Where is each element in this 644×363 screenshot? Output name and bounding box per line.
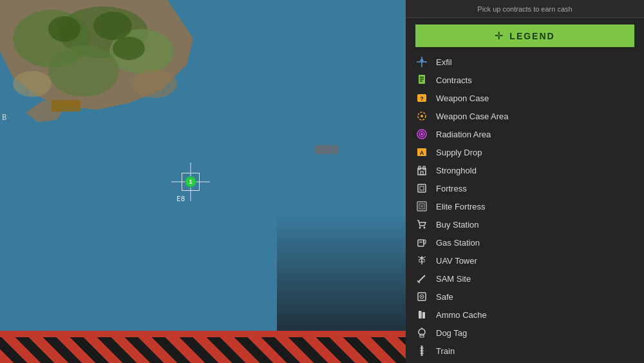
weapon-case-area-icon [415, 110, 428, 123]
svg-rect-54 [421, 311, 422, 319]
legend-item-stronghold: Stronghold [415, 163, 634, 177]
gas-station-label: Gas Station [436, 238, 480, 248]
legend-item-sam-site: SAM Site [415, 271, 634, 286]
svg-point-21 [421, 115, 423, 117]
svg-rect-17 [420, 81, 422, 82]
svg-rect-16 [420, 79, 424, 80]
legend-item-supply-drop: A Supply Drop [415, 145, 634, 159]
legend-item-buy-station: Buy Station [415, 217, 634, 231]
legend-item-exfil: Exfil [415, 55, 634, 69]
weapon-case-label: Weapon Case [436, 93, 489, 103]
safe-icon [415, 290, 428, 303]
svg-point-8 [48, 16, 80, 42]
supply-drop-icon: A [415, 146, 428, 159]
grid-label-e8: E8 [176, 195, 185, 203]
svg-rect-31 [418, 184, 426, 192]
right-panel: Pick up contracts to earn cash ✛ LEGEND … [406, 0, 644, 363]
train-label: Train [436, 346, 455, 356]
legend-title: LEGEND [509, 31, 554, 41]
uav-tower-label: UAV Tower [436, 256, 477, 266]
train-icon [415, 344, 428, 357]
grid-edge-label-b: B [2, 113, 6, 122]
radiation-area-label: Radiation Area [436, 130, 491, 139]
hint-text: Pick up contracts to earn cash [477, 5, 572, 13]
svg-point-51 [421, 296, 422, 297]
hazard-stripe-bar [0, 337, 406, 363]
legend-item-weapon-case: ? Weapon Case [415, 91, 634, 105]
svg-point-4 [48, 45, 119, 97]
gas-station-icon [415, 236, 428, 249]
svg-line-47 [418, 275, 425, 282]
legend-item-safe: Safe [415, 289, 634, 304]
weapon-case-icon: ? [415, 92, 428, 104]
crosshair-box: 1 [182, 173, 200, 191]
legend-item-uav-tower: UAV Tower [415, 253, 634, 268]
legend-item-elite-fortress: Elite Fortress [415, 199, 634, 213]
legend-panel: ✛ LEGEND Exfil [406, 18, 644, 363]
svg-point-9 [93, 12, 132, 40]
svg-point-37 [424, 227, 426, 229]
boat-1 [52, 100, 80, 112]
ammo-cache-label: Ammo Cache [436, 310, 487, 320]
buy-station-label: Buy Station [436, 220, 479, 230]
stronghold-icon [415, 164, 428, 177]
legend-item-ammo-cache: Ammo Cache [415, 308, 634, 322]
svg-rect-53 [422, 312, 425, 319]
red-bar [0, 331, 406, 337]
contracts-icon [415, 74, 428, 86]
dog-tag-icon [415, 326, 428, 339]
weapon-case-area-label: Weapon Case Area [436, 112, 509, 121]
elite-fortress-label: Elite Fortress [436, 202, 486, 211]
exfil-label: Exfil [436, 57, 452, 67]
svg-text:?: ? [420, 95, 424, 102]
svg-point-36 [419, 227, 421, 229]
svg-point-24 [421, 133, 423, 135]
legend-item-train: Train [415, 344, 634, 358]
ammo-cache-icon [415, 308, 428, 321]
svg-rect-35 [421, 205, 423, 208]
hint-bar: Pick up contracts to earn cash [406, 0, 644, 18]
sam-site-icon [415, 272, 428, 285]
svg-rect-39 [419, 241, 422, 243]
boat-2 [316, 145, 338, 154]
map-viewport[interactable]: B 1 E8 [0, 0, 406, 363]
legend-item-dog-tag: Dog Tag [415, 326, 634, 340]
svg-point-57 [421, 328, 422, 329]
svg-point-5 [13, 71, 52, 97]
player-marker: 1 [185, 176, 196, 188]
uav-tower-icon [415, 254, 428, 267]
fortress-icon [415, 182, 428, 195]
legend-header: ✛ LEGEND [415, 25, 634, 47]
radiation-area-icon [415, 128, 428, 141]
legend-item-gas-station: Gas Station [415, 235, 634, 250]
city-background [277, 215, 406, 331]
sam-site-label: SAM Site [436, 274, 471, 284]
safe-label: Safe [436, 292, 453, 302]
buy-station-icon [415, 218, 428, 231]
svg-rect-32 [420, 186, 424, 190]
legend-items-list: Exfil Contracts [415, 55, 634, 358]
legend-item-contracts: Contracts [415, 73, 634, 87]
legend-gamepad-icon: ✛ [495, 30, 503, 42]
legend-item-weapon-case-area: Weapon Case Area [415, 109, 634, 123]
island-landmass [0, 0, 206, 148]
dog-tag-label: Dog Tag [436, 328, 467, 338]
exfil-icon [415, 55, 428, 68]
svg-rect-15 [420, 77, 424, 78]
svg-text:A: A [420, 150, 424, 156]
contracts-label: Contracts [436, 75, 472, 85]
fortress-label: Fortress [436, 184, 467, 193]
svg-point-6 [132, 70, 177, 98]
svg-point-10 [113, 37, 145, 60]
supply-drop-label: Supply Drop [436, 148, 482, 157]
stronghold-label: Stronghold [436, 166, 477, 175]
legend-item-radiation-area: Radiation Area [415, 127, 634, 141]
elite-fortress-icon [415, 200, 428, 213]
legend-item-fortress: Fortress [415, 181, 634, 195]
